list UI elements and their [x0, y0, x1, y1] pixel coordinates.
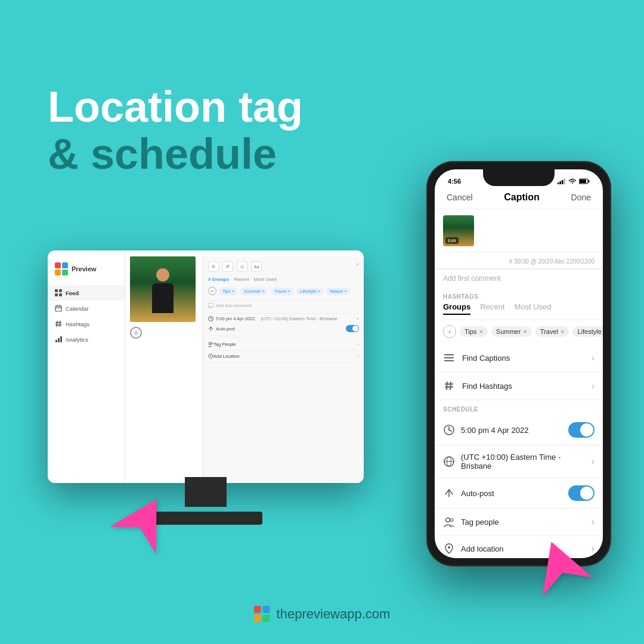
sidebar-item-hashtags[interactable]: Hashtags [48, 316, 125, 332]
desktop-tag-tips[interactable]: Tips × [219, 287, 238, 295]
svg-point-46 [447, 457, 451, 466]
phone-add-tag-button[interactable]: + [443, 325, 456, 338]
desktop-tab-mostused[interactable]: Most Used [253, 277, 276, 282]
phone-timezone-row[interactable]: (UTC +10:00) Eastern Time - Brisbane › [435, 445, 603, 478]
phone-schedule-label: SCHEDULE [435, 400, 603, 415]
phone-tag-lifestyle[interactable]: Lifestyle × [572, 326, 603, 337]
autopost-icon [443, 487, 455, 499]
phone-find-hashtags-row[interactable]: Find Hashtags › [435, 372, 603, 400]
phone-find-captions-row[interactable]: Find Captions › [435, 344, 603, 372]
desktop-hashtag-tags: + Tips × Summer × Travel × Lifestyle × N… [208, 287, 359, 295]
phone-tab-groups[interactable]: Groups [443, 302, 470, 315]
desktop-tag-travel[interactable]: Travel × [271, 287, 294, 295]
phone-tab-recent[interactable]: Recent [480, 302, 504, 315]
desktop-tag-summer[interactable]: Summer × [240, 287, 268, 295]
svg-rect-19 [208, 303, 213, 307]
desktop-add-button[interactable]: + [130, 327, 142, 339]
sidebar-item-analytics[interactable]: Analytics [48, 332, 125, 347]
svg-line-39 [450, 382, 451, 390]
svg-line-12 [57, 321, 57, 327]
desktop-tag-nature[interactable]: Nature × [326, 287, 351, 295]
desktop-tab-groups[interactable]: # Groups [208, 277, 229, 282]
phone-status-icons [558, 178, 590, 184]
desktop-autopost-toggle[interactable] [346, 325, 359, 332]
phone-edit-label[interactable]: Edit [445, 237, 459, 244]
find-captions-label: Find Captions [462, 354, 510, 363]
phone-add-location-label: Add location [461, 544, 504, 553]
globe-icon [443, 456, 455, 467]
desktop-panel: ≡ # ☺ Aa » # Groups Recent Most Used + T… [203, 256, 364, 483]
phone-thumbnail: Edit [443, 215, 474, 246]
desktop-hashtag-tabs: # Groups Recent Most Used [208, 277, 359, 282]
find-hashtags-chevron: › [592, 381, 595, 391]
phone-tag-tips[interactable]: Tips × [460, 326, 488, 337]
svg-point-24 [209, 342, 211, 345]
svg-point-42 [444, 425, 454, 435]
phone-hashtag-tabs: Groups Recent Most Used [435, 302, 603, 320]
svg-point-51 [448, 546, 450, 549]
phone-caption-input[interactable] [479, 219, 595, 243]
hash-tool-icon[interactable]: # [222, 261, 233, 272]
svg-rect-55 [254, 615, 261, 622]
svg-rect-54 [263, 606, 270, 613]
desktop-add-location-row[interactable]: Add Location › [208, 351, 359, 363]
battery-icon [579, 178, 590, 184]
svg-rect-28 [558, 182, 559, 184]
phone-tag-travel[interactable]: Travel × [535, 326, 569, 337]
phone-schedule-time-row: 5:00 pm 4 Apr 2022 [435, 415, 603, 445]
desktop-add-tag-button[interactable]: + [208, 287, 216, 295]
desktop-tag-lifestyle[interactable]: Lifestyle × [296, 287, 324, 295]
desktop-tag-people-row[interactable]: Tag People › [208, 339, 359, 351]
phone-mockup: 4:56 [426, 161, 611, 566]
svg-rect-7 [59, 293, 62, 296]
svg-rect-4 [55, 289, 58, 292]
phone-done-button[interactable]: Done [571, 193, 591, 202]
desktop-tab-recent[interactable]: Recent [234, 277, 249, 282]
desktop-photo [130, 256, 196, 322]
aa-tool-icon[interactable]: Aa [251, 261, 262, 272]
footer-logo [254, 606, 271, 623]
phone-time: 4:56 [448, 178, 461, 185]
svg-rect-5 [59, 289, 62, 292]
signal-icon [558, 178, 566, 184]
svg-rect-2 [55, 270, 61, 275]
phone-tab-mostused[interactable]: Most Used [514, 302, 551, 315]
svg-rect-32 [579, 179, 588, 184]
hero-line1: Location tag [48, 83, 303, 131]
svg-marker-27 [110, 490, 176, 554]
sidebar-item-feed[interactable]: Feed [48, 285, 125, 301]
phone-screen: 4:56 [435, 169, 603, 558]
svg-rect-33 [580, 179, 586, 183]
desktop-schedule-time: 5:00 pm 4 Apr 2022 (UTC +10:00) Eastern … [208, 316, 359, 321]
lines-tool-icon[interactable]: ≡ [208, 261, 219, 272]
timezone-chevron: › [592, 456, 595, 467]
clock-icon-desktop [208, 316, 213, 321]
phone-first-comment[interactable]: Add first comment [435, 269, 603, 287]
svg-rect-8 [55, 306, 61, 311]
phone-shell: 4:56 [426, 161, 611, 566]
svg-point-45 [444, 457, 454, 466]
svg-rect-31 [564, 178, 566, 184]
autopost-icon-desktop [208, 326, 213, 332]
svg-rect-29 [560, 181, 562, 184]
phone-thumbnail-row: Edit [435, 209, 603, 253]
smile-tool-icon[interactable]: ☺ [237, 261, 247, 272]
calendar-icon [55, 305, 62, 312]
wifi-icon [568, 178, 577, 184]
location-icon-desktop [208, 354, 213, 359]
phone-schedule-toggle[interactable] [568, 422, 595, 438]
phone-autopost-toggle[interactable] [568, 485, 595, 501]
svg-rect-3 [62, 270, 68, 275]
feed-icon [55, 289, 62, 296]
svg-rect-56 [263, 615, 270, 622]
clock-icon-phone [443, 424, 455, 436]
expand-icon[interactable]: » [356, 261, 359, 272]
phone-tag-summer[interactable]: Summer × [491, 326, 532, 337]
svg-rect-16 [55, 340, 57, 342]
svg-rect-30 [562, 180, 564, 184]
arrow-mobile [525, 531, 596, 605]
phone-autopost-label: Auto-post [461, 489, 494, 498]
sidebar-item-calendar[interactable]: Calendar [48, 301, 125, 316]
phone-cancel-button[interactable]: Cancel [447, 193, 473, 202]
desktop-tools: ≡ # ☺ Aa » [208, 261, 359, 272]
